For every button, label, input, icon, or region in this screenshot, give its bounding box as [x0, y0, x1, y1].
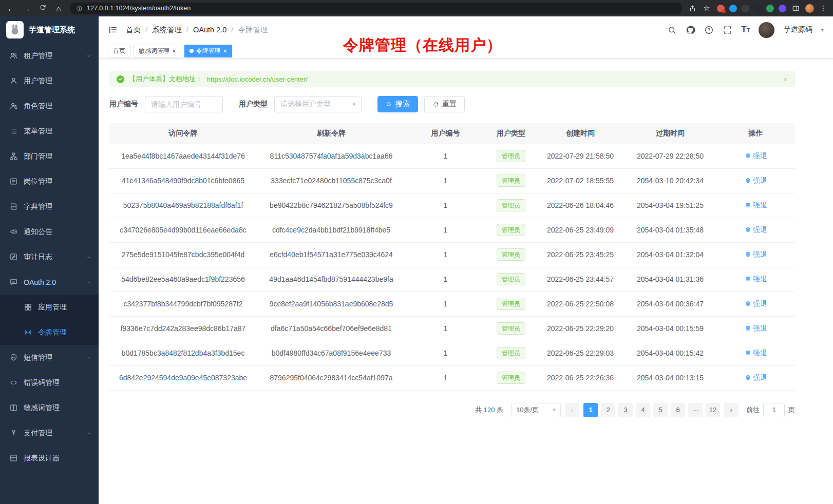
extension-green-icon[interactable]: [766, 5, 774, 12]
extension-blue-icon[interactable]: [729, 5, 737, 12]
button-label: 搜索: [395, 100, 410, 109]
chevron-down-icon: [86, 430, 92, 436]
user-name[interactable]: 芋道源码: [783, 25, 812, 34]
app-logo[interactable]: 芋道管理系统: [0, 16, 99, 43]
sidebar-item-oauth2[interactable]: OAuth 2.0: [0, 269, 99, 295]
user-type-label: 用户类型: [239, 100, 268, 109]
url-bar[interactable]: 127.0.0.1:1024/system/oauth2/token: [70, 3, 682, 14]
more-pages-button[interactable]: ···: [688, 403, 703, 417]
search-icon[interactable]: [667, 25, 677, 35]
search-button[interactable]: 搜索: [377, 96, 418, 112]
sidebar-item-label: OAuth 2.0: [24, 278, 56, 286]
tab-token[interactable]: 令牌管理×: [184, 45, 233, 57]
page-button-5[interactable]: 5: [653, 403, 668, 417]
close-icon[interactable]: ×: [783, 75, 788, 84]
browser-refresh-icon[interactable]: [38, 4, 47, 13]
share-icon[interactable]: [689, 5, 696, 12]
sidebar: 芋道管理系统 租户管理用户管理角色管理菜单管理部门管理岗位管理字典管理通知公告审…: [0, 16, 99, 504]
user-type-badge: 管理员: [497, 322, 525, 335]
sidebar-item-audit-log[interactable]: 审计日志: [0, 244, 99, 269]
page-button-2[interactable]: 2: [601, 403, 615, 417]
chevron-down-icon[interactable]: ▾: [821, 27, 824, 33]
sidebar-item-dept[interactable]: 部门管理: [0, 144, 99, 169]
next-page-button[interactable]: ›: [724, 403, 739, 417]
sidebar-item-role[interactable]: 角色管理: [0, 93, 99, 119]
page-button-6[interactable]: 6: [671, 403, 685, 417]
page-button-1[interactable]: 1: [583, 403, 598, 417]
font-size-icon[interactable]: TT: [741, 25, 750, 35]
trash-icon: [745, 325, 751, 332]
breadcrumb-item[interactable]: 首页: [126, 25, 141, 35]
force-logout-button[interactable]: 强退: [745, 176, 767, 185]
user-id-input[interactable]: [145, 96, 223, 112]
sidebar-item-pay[interactable]: ¥支付管理: [0, 420, 99, 445]
help-icon[interactable]: [704, 25, 714, 35]
breadcrumb-item[interactable]: 系统管理: [152, 25, 182, 35]
sidebar-item-sms[interactable]: 短信管理: [0, 345, 99, 370]
browser-toolbar: ← → ⌂ 127.0.0.1:1024/system/oauth2/token…: [0, 0, 833, 16]
sidebar-item-error-code[interactable]: 错误码管理: [0, 370, 99, 395]
trash-icon: [745, 251, 751, 258]
column-header: 用户类型: [485, 123, 537, 144]
force-logout-button[interactable]: 强退: [745, 225, 767, 235]
fullscreen-icon[interactable]: [723, 25, 732, 35]
tab-home[interactable]: 首页: [108, 45, 130, 57]
user-avatar[interactable]: [759, 22, 774, 38]
force-logout-button[interactable]: 强退: [745, 275, 767, 284]
extension-black-icon[interactable]: [754, 5, 762, 12]
alert-doc-link[interactable]: https://doc.iocoder.cn/user-center/: [207, 75, 308, 83]
user-type-badge: 管理员: [497, 175, 525, 187]
force-logout-button[interactable]: 强退: [745, 348, 767, 358]
extension-purple-icon[interactable]: [779, 5, 786, 12]
browser-menu-icon[interactable]: ⋮: [820, 4, 827, 12]
close-icon[interactable]: ×: [223, 48, 228, 54]
sidebar-item-label: 应用管理: [38, 303, 67, 312]
app-title: 芋道管理系统: [29, 25, 75, 35]
page-button-12[interactable]: 12: [706, 403, 720, 417]
success-icon: [117, 75, 124, 83]
tab-sensitive-word[interactable]: 敏感词管理×: [134, 45, 181, 57]
browser-profile-avatar[interactable]: [805, 4, 814, 13]
side-panel-icon[interactable]: [792, 5, 800, 12]
sidebar-item-sensitive-word[interactable]: 敏感词管理: [0, 395, 99, 420]
page-button-4[interactable]: 4: [636, 403, 650, 417]
prev-page-button[interactable]: ‹: [565, 403, 579, 417]
sidebar-item-report-designer[interactable]: 报表设计器: [0, 445, 99, 471]
browser-home-icon[interactable]: ⌂: [54, 4, 63, 13]
force-logout-button[interactable]: 强退: [745, 299, 767, 308]
force-logout-button[interactable]: 强退: [745, 373, 767, 382]
force-logout-button[interactable]: 强退: [745, 250, 767, 259]
sidebar-item-dict[interactable]: 字典管理: [0, 194, 99, 219]
force-logout-button[interactable]: 强退: [745, 324, 767, 333]
force-logout-button[interactable]: 强退: [745, 151, 767, 161]
force-logout-button[interactable]: 强退: [745, 201, 767, 210]
close-icon[interactable]: ×: [172, 48, 176, 54]
github-icon[interactable]: [686, 25, 695, 35]
cell-actions: 强退: [716, 218, 795, 242]
sidebar-item-oauth2-token[interactable]: 令牌管理: [0, 320, 99, 345]
breadcrumb-item[interactable]: OAuth 2.0: [193, 26, 226, 34]
extension-dark-icon[interactable]: [742, 5, 749, 12]
bookmark-star-icon[interactable]: ☆: [702, 4, 711, 13]
sidebar-item-notice[interactable]: 通知公告: [0, 219, 99, 244]
user-type-select[interactable]: 请选择用户类型 ▾: [274, 96, 362, 112]
goto-page-input[interactable]: [763, 403, 785, 417]
extension-orange-icon[interactable]: [717, 5, 725, 12]
sidebar-item-post[interactable]: 岗位管理: [0, 169, 99, 194]
sidebar-item-menu[interactable]: 菜单管理: [0, 119, 99, 144]
table-row: b0d1785bc3a8482f812db4a3f3bd15ecb0df4980…: [109, 341, 795, 365]
action-label: 强退: [753, 348, 767, 358]
sidebar-item-tenant[interactable]: 租户管理: [0, 43, 99, 68]
cell-actions: 强退: [716, 316, 795, 341]
sidebar-item-oauth2-application[interactable]: 应用管理: [0, 295, 99, 320]
reset-button[interactable]: 重置: [424, 96, 465, 112]
info-icon[interactable]: [76, 5, 83, 12]
page-button-3[interactable]: 3: [618, 403, 633, 417]
browser-back-icon[interactable]: ←: [6, 4, 15, 13]
page-size-select[interactable]: 10条/页 ▾: [511, 403, 561, 417]
collapse-sidebar-icon[interactable]: [108, 25, 118, 35]
sidebar-item-user[interactable]: 用户管理: [0, 68, 99, 93]
tab-label: 首页: [113, 47, 125, 55]
browser-forward-icon[interactable]: →: [22, 4, 31, 13]
trash-icon: [745, 202, 751, 208]
